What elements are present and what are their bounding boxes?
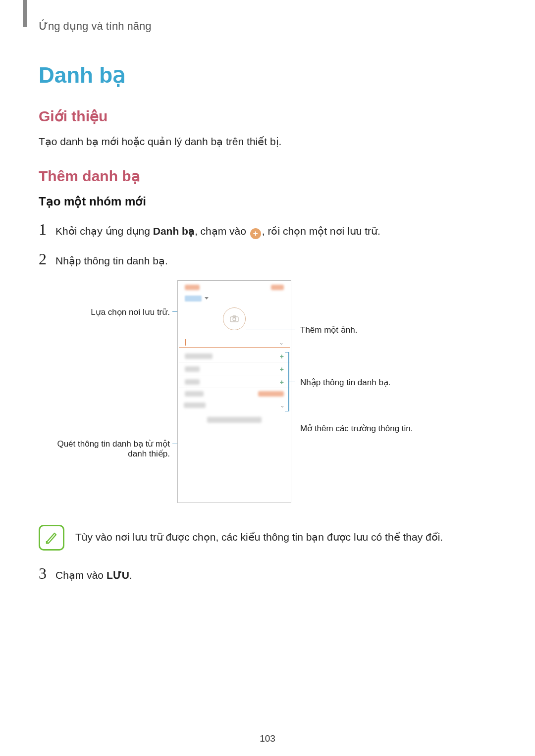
callout-info: Nhập thông tin danh bạ.	[300, 377, 391, 388]
page-tab-marker	[23, 0, 27, 27]
step-number: 2	[39, 250, 55, 268]
note-icon	[39, 525, 64, 551]
leader-line	[288, 382, 295, 383]
save-button-blur	[271, 285, 284, 290]
field-label-blur	[185, 379, 200, 385]
step-3-part2: .	[129, 569, 132, 581]
plus-mini-icon: +	[280, 353, 284, 360]
step-2-text: Nhập thông tin danh bạ.	[55, 252, 168, 269]
phone-action-bar	[178, 281, 291, 295]
field-row: +	[179, 350, 290, 362]
field-label-blur	[185, 366, 200, 372]
storage-selector	[178, 295, 291, 304]
subsection-heading: Tạo một nhóm mới	[39, 195, 496, 208]
step-3-text: Chạm vào LƯU.	[55, 567, 132, 584]
chevron-down-icon	[205, 297, 209, 300]
scan-label-blur	[207, 417, 262, 423]
camera-icon	[223, 307, 246, 330]
chevron-down-icon: ⌄	[280, 402, 285, 409]
intro-body: Tạo danh bạ mới hoặc quản lý danh bạ trê…	[39, 134, 496, 150]
leader-line	[246, 330, 295, 331]
field-label-blur	[185, 353, 213, 359]
callout-photo: Thêm một ảnh.	[300, 325, 357, 335]
more-fields-row: ⌄	[178, 398, 291, 411]
more-label-blur	[184, 403, 206, 408]
step-number: 1	[39, 220, 55, 239]
section-add-heading: Thêm danh bạ	[39, 167, 496, 185]
breadcrumb: Ứng dụng và tính năng	[39, 20, 496, 33]
step-1-bold: Danh bạ	[153, 225, 195, 237]
field-row	[179, 388, 290, 398]
step-1: 1 Khởi chạy ứng dụng Danh bạ, chạm vào +…	[39, 220, 496, 240]
plus-mini-icon: +	[280, 378, 284, 386]
avatar-area	[178, 307, 291, 330]
callout-scan-l1: Quét thông tin danh bạ từ một	[49, 439, 170, 449]
leader-line	[285, 428, 295, 429]
step-number: 3	[39, 564, 55, 583]
step-3-bold: LƯU	[107, 569, 129, 581]
storage-chip	[185, 296, 202, 302]
name-field: ⌄	[179, 336, 290, 348]
add-icon: +	[250, 228, 261, 239]
note-box: Tùy vào nơi lưu trữ được chọn, các kiểu …	[39, 525, 496, 551]
note-text: Tùy vào nơi lưu trữ được chọn, các kiểu …	[75, 525, 443, 546]
page-title: Danh bạ	[39, 62, 496, 88]
step-1-text: Khởi chạy ứng dụng Danh bạ, chạm vào +, …	[55, 223, 380, 240]
section-intro-heading: Giới thiệu	[39, 107, 496, 125]
step-3-part1: Chạm vào	[55, 569, 107, 581]
step-1-part2: , chạm vào	[195, 225, 249, 237]
plus-mini-icon: +	[280, 365, 284, 373]
page-number: 103	[0, 733, 535, 744]
step-2: 2 Nhập thông tin danh bạ.	[39, 250, 496, 269]
phone-screenshot: ⌄ + + + ⌄	[177, 280, 291, 503]
field-row: +	[179, 362, 290, 375]
leader-line	[285, 352, 289, 353]
chevron-down-icon: ⌄	[279, 339, 284, 346]
scan-card-row	[178, 411, 291, 425]
svg-point-1	[233, 318, 236, 321]
field-label-blur	[185, 391, 204, 397]
text-cursor	[185, 339, 186, 346]
callout-scan-l2: danh thiếp.	[49, 449, 170, 459]
figure: Lựa chọn nơi lưu trữ. Quét thông tin dan…	[39, 280, 494, 513]
step-1-part1: Khởi chạy ứng dụng	[55, 225, 153, 237]
callout-storage: Lựa chọn nơi lưu trữ.	[76, 307, 170, 317]
callout-more: Mở thêm các trường thông tin.	[300, 423, 413, 434]
field-value-blur	[258, 391, 284, 397]
step-3: 3 Chạm vào LƯU.	[39, 564, 496, 584]
field-row: +	[179, 375, 290, 388]
cancel-button-blur	[185, 285, 200, 290]
step-1-part3: , rồi chọn một nơi lưu trữ.	[262, 225, 380, 237]
leader-line	[285, 411, 289, 412]
